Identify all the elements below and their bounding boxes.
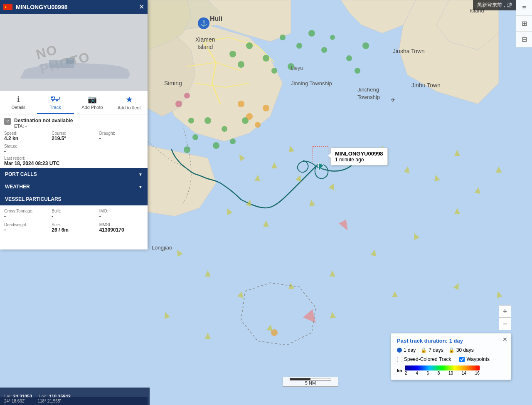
track-dot-1day [397, 348, 402, 353]
port-calls-label: PORT CALLS [5, 171, 37, 177]
svg-point-55 [184, 146, 190, 153]
svg-text:Jinning Township: Jinning Township [291, 80, 332, 86]
svg-point-52 [230, 138, 236, 144]
vessel-particulars-header: VESSEL PARTICULARS [0, 193, 148, 205]
filter-button[interactable]: ⊟ [516, 32, 532, 47]
svg-point-39 [296, 43, 302, 49]
svg-point-60 [255, 122, 261, 128]
tab-details-label: Details [12, 105, 26, 110]
lock-7days-icon: 🔒 [421, 347, 427, 353]
track-30days[interactable]: 🔒 30 days [448, 347, 474, 353]
star-icon: ★ [126, 94, 133, 104]
nav-tabs: ℹ Details Track 📷 Add Photo ★ Add to fle… [0, 91, 148, 114]
track-30days-label: 30 days [456, 347, 474, 353]
imo-label: IMO: [99, 209, 143, 213]
svg-point-54 [192, 134, 198, 140]
tab-add-photo[interactable]: 📷 Add Photo [74, 91, 111, 114]
waypoints-option[interactable]: Waypoints [459, 356, 490, 362]
svg-text:Jinhu Town: Jinhu Town [411, 82, 441, 89]
imo-value: - [99, 213, 143, 219]
sidebar: MINLONGYU00998 ✕ NO PHOTO ℹ Details Trac… [0, 0, 148, 249]
destination-icon: ? [4, 118, 11, 125]
camera-icon: 📷 [88, 95, 97, 104]
tooltip-time: 1 minute ago [335, 157, 383, 163]
waypoints-checkbox[interactable] [459, 357, 465, 362]
svg-text:Island: Island [197, 44, 213, 50]
particulars-grid-1: Gross Tonnage: - Built: - IMO: - [0, 205, 148, 222]
svg-point-85 [52, 100, 54, 101]
speed-colored-checkbox[interactable] [397, 357, 402, 362]
svg-point-63 [271, 329, 278, 336]
draught-label: Draught: [99, 131, 143, 136]
svg-point-59 [238, 101, 244, 107]
svg-text:Lieyu: Lieyu [291, 65, 303, 71]
svg-text:Huli: Huli [210, 15, 222, 22]
tab-add-fleet-label: Add to fleet [118, 105, 141, 110]
close-button[interactable]: ✕ [139, 4, 144, 10]
eta-row: ETA: - [14, 123, 73, 128]
deadweight-label: Deadweight: [4, 222, 48, 227]
scale-label: 5 NM [305, 380, 316, 385]
svg-point-61 [175, 101, 182, 107]
tab-track-label: Track [50, 105, 61, 110]
status-value: - [4, 148, 72, 154]
track-duration-value: 1 day [449, 338, 463, 344]
course-label: Course: [52, 131, 96, 136]
speed-value: 4.2 kn [4, 136, 48, 141]
svg-text:Longjiao: Longjiao [152, 244, 172, 251]
layers-button[interactable]: ⊞ [516, 16, 532, 32]
zoom-in-button[interactable]: + [499, 305, 511, 318]
svg-point-57 [246, 113, 253, 120]
track-panel-close[interactable]: ✕ [502, 336, 507, 343]
speed-legend: kn 2468101416 [397, 365, 505, 375]
zoom-controls: + − [499, 305, 511, 330]
tab-add-photo-label: Add Photo [81, 105, 103, 110]
svg-text:Siming: Siming [164, 80, 182, 86]
lat-min: 24° 18.632' [4, 399, 25, 403]
vessel-photo: NO PHOTO [0, 14, 148, 91]
track-7days-label: 7 days [429, 347, 443, 353]
svg-point-36 [246, 42, 253, 49]
tab-details[interactable]: ℹ Details [0, 91, 37, 114]
svg-point-48 [355, 68, 360, 74]
svg-rect-82 [66, 58, 74, 64]
zoom-out-button[interactable]: − [499, 318, 511, 330]
svg-point-46 [346, 55, 352, 61]
details-icon: ℹ [17, 95, 20, 104]
weather-chevron: ▼ [138, 185, 143, 189]
port-calls-chevron: ▼ [138, 172, 143, 177]
port-calls-section[interactable]: PORT CALLS ▼ [0, 168, 148, 180]
track-icon [51, 94, 60, 104]
track-7days[interactable]: 🔒 7 days [421, 347, 443, 353]
tooltip-vessel-name: MINLONGYU00998 [335, 151, 383, 157]
last-report-value: Mar 18, 2024 08:23 UTC [4, 161, 143, 166]
menu-button[interactable]: ≡ [516, 0, 532, 16]
track-1day-label: 1 day [404, 347, 416, 353]
vessel-flag [3, 4, 12, 10]
track-1day[interactable]: 1 day [397, 347, 416, 353]
weather-section[interactable]: WEATHER ▼ [0, 180, 148, 193]
destination-text: Destination not available [14, 118, 73, 123]
gross-tonnage-value: - [4, 213, 48, 219]
course-value: 219.5° [52, 136, 96, 141]
status-label: Status: [4, 144, 72, 148]
svg-text:Township: Township [357, 94, 380, 100]
built-label: Built: [52, 209, 96, 213]
lon-min: 118° 21.565' [37, 399, 61, 403]
tab-track[interactable]: Track [37, 91, 74, 114]
svg-point-37 [238, 61, 244, 68]
tab-add-fleet[interactable]: ★ Add to fleet [111, 91, 148, 114]
svg-text:Jincheng: Jincheng [357, 86, 379, 93]
speed-label: Speed: [4, 131, 48, 136]
speed-colored-option[interactable]: Speed-Colored Track [397, 356, 451, 362]
svg-point-44 [271, 68, 277, 74]
svg-text:Xiamen: Xiamen [195, 36, 215, 43]
svg-point-42 [330, 35, 335, 40]
track-panel-title: Past track duration: 1 day [397, 338, 505, 344]
size-value: 26 / 6m [52, 227, 96, 233]
scale-bar: 5 NM [283, 377, 338, 387]
svg-point-58 [263, 105, 269, 111]
info-section: ? Destination not available ETA: - Speed… [0, 114, 148, 168]
svg-point-86 [56, 100, 58, 101]
ship-silhouette [16, 58, 132, 87]
